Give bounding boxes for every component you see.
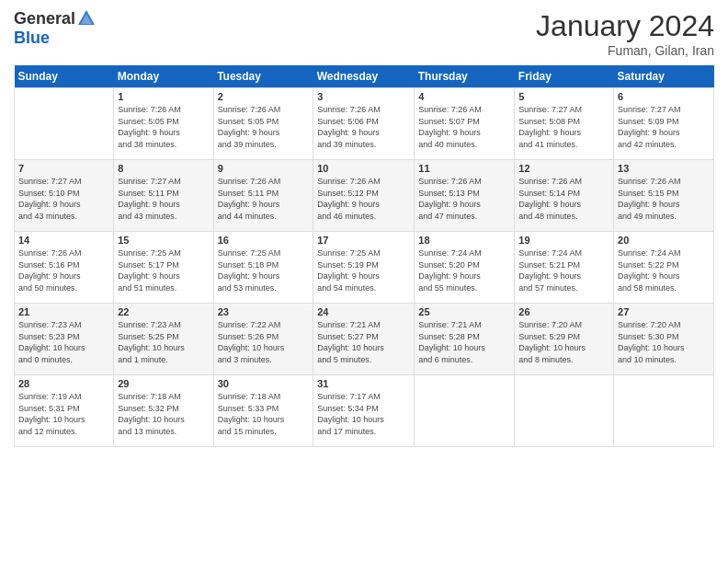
weekday-header-wednesday: Wednesday <box>313 65 415 88</box>
day-number: 2 <box>218 91 310 102</box>
day-info: Sunrise: 7:26 AM Sunset: 5:15 PM Dayligh… <box>618 176 710 222</box>
calendar-cell: 6Sunrise: 7:27 AM Sunset: 5:09 PM Daylig… <box>614 88 714 160</box>
calendar-cell <box>515 375 614 447</box>
day-info: Sunrise: 7:26 AM Sunset: 5:16 PM Dayligh… <box>18 247 109 293</box>
calendar-cell: 13Sunrise: 7:26 AM Sunset: 5:15 PM Dayli… <box>614 160 714 232</box>
day-number: 13 <box>618 163 710 174</box>
day-number: 12 <box>518 163 609 174</box>
calendar-cell <box>614 375 714 447</box>
day-info: Sunrise: 7:24 AM Sunset: 5:20 PM Dayligh… <box>418 247 510 293</box>
calendar-cell: 3Sunrise: 7:26 AM Sunset: 5:06 PM Daylig… <box>313 88 415 160</box>
weekday-header-tuesday: Tuesday <box>213 65 313 88</box>
day-number: 23 <box>218 306 310 317</box>
day-info: Sunrise: 7:25 AM Sunset: 5:18 PM Dayligh… <box>218 247 310 293</box>
logo-icon <box>76 8 97 29</box>
calendar-cell: 18Sunrise: 7:24 AM Sunset: 5:20 PM Dayli… <box>415 232 515 304</box>
day-info: Sunrise: 7:27 AM Sunset: 5:11 PM Dayligh… <box>118 176 209 222</box>
day-number: 14 <box>18 235 109 246</box>
day-info: Sunrise: 7:23 AM Sunset: 5:25 PM Dayligh… <box>118 319 209 365</box>
weekday-header-saturday: Saturday <box>614 65 714 88</box>
day-info: Sunrise: 7:22 AM Sunset: 5:26 PM Dayligh… <box>218 319 310 365</box>
day-number: 22 <box>118 306 209 317</box>
day-info: Sunrise: 7:27 AM Sunset: 5:09 PM Dayligh… <box>618 104 710 150</box>
day-info: Sunrise: 7:20 AM Sunset: 5:29 PM Dayligh… <box>518 319 609 365</box>
day-info: Sunrise: 7:18 AM Sunset: 5:32 PM Dayligh… <box>118 391 209 437</box>
day-number: 18 <box>418 235 510 246</box>
calendar-cell: 16Sunrise: 7:25 AM Sunset: 5:18 PM Dayli… <box>213 232 313 304</box>
calendar-cell: 9Sunrise: 7:26 AM Sunset: 5:11 PM Daylig… <box>213 160 313 232</box>
calendar-cell: 29Sunrise: 7:18 AM Sunset: 5:32 PM Dayli… <box>114 375 213 447</box>
day-info: Sunrise: 7:26 AM Sunset: 5:07 PM Dayligh… <box>418 104 510 150</box>
day-info: Sunrise: 7:26 AM Sunset: 5:13 PM Dayligh… <box>418 176 510 222</box>
calendar-cell <box>415 375 515 447</box>
day-info: Sunrise: 7:24 AM Sunset: 5:21 PM Dayligh… <box>518 247 609 293</box>
day-number: 15 <box>118 235 209 246</box>
calendar-week-1: 1Sunrise: 7:26 AM Sunset: 5:05 PM Daylig… <box>15 88 714 160</box>
day-number: 19 <box>518 235 609 246</box>
day-info: Sunrise: 7:26 AM Sunset: 5:12 PM Dayligh… <box>317 176 410 222</box>
day-info: Sunrise: 7:27 AM Sunset: 5:10 PM Dayligh… <box>18 176 109 222</box>
calendar-cell: 30Sunrise: 7:18 AM Sunset: 5:33 PM Dayli… <box>213 375 313 447</box>
calendar-cell: 24Sunrise: 7:21 AM Sunset: 5:27 PM Dayli… <box>313 304 415 375</box>
day-info: Sunrise: 7:26 AM Sunset: 5:06 PM Dayligh… <box>317 104 410 150</box>
day-number: 25 <box>418 306 510 317</box>
day-info: Sunrise: 7:26 AM Sunset: 5:05 PM Dayligh… <box>218 104 310 150</box>
day-number: 9 <box>218 163 310 174</box>
calendar-cell: 1Sunrise: 7:26 AM Sunset: 5:05 PM Daylig… <box>114 88 213 160</box>
calendar-cell: 25Sunrise: 7:21 AM Sunset: 5:28 PM Dayli… <box>415 304 515 375</box>
day-info: Sunrise: 7:27 AM Sunset: 5:08 PM Dayligh… <box>518 104 609 150</box>
month-title: January 2024 <box>536 9 714 43</box>
calendar-cell: 11Sunrise: 7:26 AM Sunset: 5:13 PM Dayli… <box>415 160 515 232</box>
calendar-cell: 15Sunrise: 7:25 AM Sunset: 5:17 PM Dayli… <box>114 232 213 304</box>
day-number: 21 <box>18 306 109 317</box>
calendar-cell: 4Sunrise: 7:26 AM Sunset: 5:07 PM Daylig… <box>415 88 515 160</box>
calendar-cell: 12Sunrise: 7:26 AM Sunset: 5:14 PM Dayli… <box>515 160 614 232</box>
day-number: 31 <box>317 378 410 389</box>
day-number: 4 <box>418 91 510 102</box>
day-info: Sunrise: 7:21 AM Sunset: 5:27 PM Dayligh… <box>317 319 410 365</box>
day-number: 7 <box>18 163 109 174</box>
calendar-cell: 21Sunrise: 7:23 AM Sunset: 5:23 PM Dayli… <box>15 304 114 375</box>
calendar-cell: 2Sunrise: 7:26 AM Sunset: 5:05 PM Daylig… <box>213 88 313 160</box>
day-info: Sunrise: 7:18 AM Sunset: 5:33 PM Dayligh… <box>218 391 310 437</box>
calendar-week-5: 28Sunrise: 7:19 AM Sunset: 5:31 PM Dayli… <box>15 375 714 447</box>
header-row: SundayMondayTuesdayWednesdayThursdayFrid… <box>15 65 714 88</box>
weekday-header-monday: Monday <box>114 65 213 88</box>
day-info: Sunrise: 7:20 AM Sunset: 5:30 PM Dayligh… <box>618 319 710 365</box>
calendar-table: SundayMondayTuesdayWednesdayThursdayFrid… <box>14 65 714 447</box>
calendar-cell: 27Sunrise: 7:20 AM Sunset: 5:30 PM Dayli… <box>614 304 714 375</box>
logo-blue-text: Blue <box>14 29 50 47</box>
day-info: Sunrise: 7:26 AM Sunset: 5:14 PM Dayligh… <box>518 176 609 222</box>
calendar-week-3: 14Sunrise: 7:26 AM Sunset: 5:16 PM Dayli… <box>15 232 714 304</box>
weekday-header-friday: Friday <box>515 65 614 88</box>
weekday-header-sunday: Sunday <box>15 65 114 88</box>
calendar-cell: 19Sunrise: 7:24 AM Sunset: 5:21 PM Dayli… <box>515 232 614 304</box>
day-number: 6 <box>618 91 710 102</box>
location-subtitle: Fuman, Gilan, Iran <box>536 43 714 58</box>
day-info: Sunrise: 7:26 AM Sunset: 5:05 PM Dayligh… <box>118 104 209 150</box>
calendar-cell: 7Sunrise: 7:27 AM Sunset: 5:10 PM Daylig… <box>15 160 114 232</box>
calendar-week-2: 7Sunrise: 7:27 AM Sunset: 5:10 PM Daylig… <box>15 160 714 232</box>
calendar-cell: 20Sunrise: 7:24 AM Sunset: 5:22 PM Dayli… <box>614 232 714 304</box>
header: General Blue January 2024 Fuman, Gilan, … <box>14 9 714 58</box>
day-number: 8 <box>118 163 209 174</box>
day-number: 5 <box>518 91 609 102</box>
day-number: 11 <box>418 163 510 174</box>
day-number: 1 <box>118 91 209 102</box>
day-info: Sunrise: 7:21 AM Sunset: 5:28 PM Dayligh… <box>418 319 510 365</box>
day-info: Sunrise: 7:24 AM Sunset: 5:22 PM Dayligh… <box>618 247 710 293</box>
calendar-cell: 26Sunrise: 7:20 AM Sunset: 5:29 PM Dayli… <box>515 304 614 375</box>
main-container: General Blue January 2024 Fuman, Gilan, … <box>0 0 728 456</box>
day-number: 20 <box>618 235 710 246</box>
calendar-cell: 31Sunrise: 7:17 AM Sunset: 5:34 PM Dayli… <box>313 375 415 447</box>
day-info: Sunrise: 7:26 AM Sunset: 5:11 PM Dayligh… <box>218 176 310 222</box>
day-number: 29 <box>118 378 209 389</box>
day-number: 26 <box>518 306 609 317</box>
day-number: 28 <box>18 378 109 389</box>
calendar-cell: 28Sunrise: 7:19 AM Sunset: 5:31 PM Dayli… <box>15 375 114 447</box>
calendar-cell: 23Sunrise: 7:22 AM Sunset: 5:26 PM Dayli… <box>213 304 313 375</box>
calendar-cell: 17Sunrise: 7:25 AM Sunset: 5:19 PM Dayli… <box>313 232 415 304</box>
day-number: 30 <box>218 378 310 389</box>
day-info: Sunrise: 7:23 AM Sunset: 5:23 PM Dayligh… <box>18 319 109 365</box>
day-info: Sunrise: 7:17 AM Sunset: 5:34 PM Dayligh… <box>317 391 410 437</box>
